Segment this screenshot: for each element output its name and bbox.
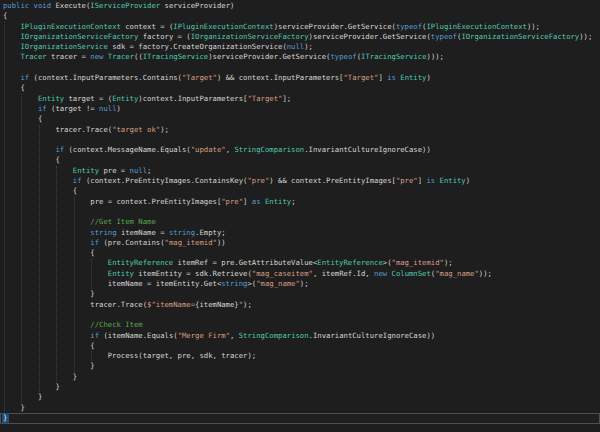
code-token: string — [90, 228, 116, 237]
code-token: EntityReference — [317, 258, 382, 267]
code-token: itemRef = pre.GetAttributeValue< — [173, 258, 317, 267]
code-line[interactable] — [3, 135, 600, 145]
code-token: )serviceProvider.GetService( — [309, 32, 431, 41]
code-token: )); — [527, 22, 540, 31]
code-token: string — [169, 228, 195, 237]
code-token: )context.InputParameters[ — [138, 94, 247, 103]
code-token: IServiceProvider — [90, 1, 160, 10]
code-line[interactable] — [3, 207, 600, 217]
code-line[interactable]: public void Execute(IServiceProvider ser… — [3, 1, 600, 11]
code-token: ] — [378, 73, 387, 82]
code-line[interactable] — [3, 63, 600, 73]
code-token: if — [55, 145, 64, 154]
code-token: ); — [444, 258, 453, 267]
code-token: serviceProvider) — [160, 1, 234, 10]
code-token: (context.InputParameters.Contains( — [29, 73, 182, 82]
code-token: ) && context.PreEntityImages[ — [269, 176, 396, 185]
code-token: { — [3, 186, 77, 195]
code-line[interactable]: itemName = itemEntity.Get<string>("mag_n… — [3, 279, 600, 289]
code-token: ITracingService — [361, 52, 426, 61]
code-line[interactable]: } — [3, 413, 600, 423]
code-token: {itemName} — [195, 300, 239, 309]
code-line[interactable]: { — [3, 186, 600, 196]
code-line[interactable]: { — [3, 114, 600, 124]
code-line[interactable]: //Get Item Name — [3, 217, 600, 227]
code-line[interactable]: tracer.Trace("target ok"); — [3, 125, 600, 135]
code-token: ) — [117, 104, 121, 113]
code-token: ITracingService — [143, 52, 208, 61]
code-line[interactable] — [3, 310, 600, 320]
code-line[interactable]: string itemName = string.Empty; — [3, 228, 600, 238]
code-line[interactable]: Process(target, pre, sdk, tracer); — [3, 351, 600, 361]
code-token: IOrganizationServiceFactory — [461, 32, 579, 41]
code-line[interactable]: if (context.MessageName.Equals("update",… — [3, 145, 600, 155]
code-token — [3, 22, 20, 31]
code-line[interactable]: { — [3, 11, 600, 21]
code-token: "mag_name" — [435, 269, 479, 278]
code-token: string — [221, 279, 247, 288]
code-token: as — [252, 197, 261, 206]
code-line[interactable]: IPluginExecutionContext context = (IPlug… — [3, 22, 600, 32]
code-token: )); — [579, 32, 592, 41]
code-token: target = ( — [64, 94, 112, 103]
code-line[interactable]: Entity pre = null; — [3, 166, 600, 176]
code-token: null — [99, 104, 116, 113]
code-line[interactable]: Entity itemEntity = sdk.Retrieve("mag_ca… — [3, 269, 600, 279]
code-token: Entity — [73, 166, 99, 175]
code-token: (( — [134, 52, 143, 61]
code-token: } — [3, 382, 60, 391]
code-line[interactable]: } — [3, 392, 600, 402]
code-area[interactable]: public void Execute(IServiceProvider ser… — [0, 0, 600, 432]
code-token: "Target" — [247, 94, 282, 103]
code-line[interactable]: pre = context.PreEntityImages["pre"] as … — [3, 197, 600, 207]
code-line[interactable]: Entity target = (Entity)context.InputPar… — [3, 94, 600, 104]
code-line[interactable]: if (itemName.Equals("Merge Firm", String… — [3, 331, 600, 341]
code-line[interactable]: if (target != null) — [3, 104, 600, 114]
code-line[interactable]: } — [3, 361, 600, 371]
code-line[interactable]: { — [3, 83, 600, 93]
code-line[interactable]: if (context.InputParameters.Contains("Ta… — [3, 73, 600, 83]
code-line[interactable]: { — [3, 341, 600, 351]
code-token: ] — [243, 197, 252, 206]
code-token: ) — [426, 73, 430, 82]
code-token: is — [426, 176, 435, 185]
code-token: Tracer — [20, 52, 46, 61]
code-line[interactable]: } — [3, 403, 600, 413]
code-line[interactable]: { — [3, 155, 600, 165]
code-line[interactable]: EntityReference itemRef = pre.GetAttribu… — [3, 258, 600, 268]
code-line[interactable]: if (pre.Contains("mag_itemid")) — [3, 238, 600, 248]
code-token — [3, 32, 20, 41]
code-line[interactable]: if (context.PreEntityImages.ContainsKey(… — [3, 176, 600, 186]
code-line[interactable]: } — [3, 372, 600, 382]
code-line[interactable]: } — [3, 289, 600, 299]
code-token — [3, 145, 55, 154]
code-line[interactable]: Tracer tracer = new Tracer((ITracingServ… — [3, 52, 600, 62]
code-line[interactable]: //Check Item — [3, 320, 600, 330]
code-token — [3, 269, 108, 278]
code-token: "Target" — [182, 73, 217, 82]
code-token: ; — [291, 197, 295, 206]
code-token: ))); — [427, 52, 444, 61]
code-token: } — [3, 289, 95, 298]
code-line[interactable]: IOrganizationServiceFactory factory = (I… — [3, 32, 600, 42]
code-token: Entity — [108, 269, 134, 278]
code-token: if — [90, 238, 99, 247]
code-token: (pre.Contains( — [99, 238, 164, 247]
code-token: pre = context.PreEntityImages[ — [3, 197, 221, 206]
code-line[interactable]: IOrganizationService sdk = factory.Creat… — [3, 42, 600, 52]
code-editor[interactable]: public void Execute(IServiceProvider ser… — [0, 0, 600, 432]
code-line[interactable]: } — [3, 382, 600, 392]
code-token: ); — [160, 125, 169, 134]
code-token: >( — [383, 258, 392, 267]
code-token: , — [230, 331, 239, 340]
code-token — [3, 94, 38, 103]
code-token: "mag_name" — [256, 279, 300, 288]
code-token: "update" — [191, 145, 226, 154]
code-token: "mag_caseitem" — [252, 269, 313, 278]
code-line[interactable]: { — [3, 248, 600, 258]
code-token: IOrganizationServiceFactory — [191, 32, 309, 41]
code-token — [3, 228, 90, 237]
code-token: , itemRef.Id, — [313, 269, 374, 278]
code-line[interactable]: tracer.Trace($"itemName={itemName}"); — [3, 300, 600, 310]
code-token: factory = ( — [138, 32, 190, 41]
